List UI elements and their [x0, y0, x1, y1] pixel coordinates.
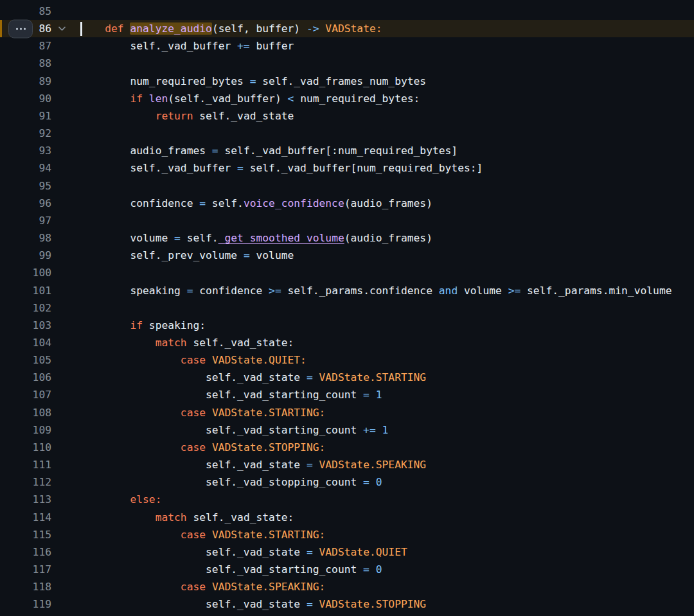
code-line[interactable]: case VADState.STARTING:	[80, 526, 694, 543]
code-line[interactable]: self._vad_stopping_count = 0	[80, 473, 694, 491]
line-number[interactable]: 108	[0, 404, 51, 421]
code-token	[369, 476, 376, 488]
code-line[interactable]	[80, 264, 694, 281]
line-number[interactable]: 85	[0, 3, 51, 20]
line-number[interactable]: 97	[0, 212, 51, 229]
code-line[interactable]: self._vad_starting_count = 1	[80, 386, 694, 403]
code-token	[80, 337, 156, 349]
line-number[interactable]: 116	[0, 543, 51, 561]
code-token: self._vad_state	[193, 110, 294, 122]
code-token: self._vad_buffer[num_required_bytes:]	[244, 162, 483, 174]
line-number[interactable]: 87	[0, 37, 51, 55]
line-number[interactable]: 106	[0, 369, 51, 386]
line-number[interactable]: 98	[0, 229, 51, 247]
code-token	[80, 529, 181, 541]
line-number[interactable]: 118	[0, 578, 51, 595]
line-number[interactable]: 95	[0, 177, 51, 195]
gutter: 117	[0, 561, 80, 578]
fold-slot	[51, 351, 80, 369]
line-number[interactable]: 101	[0, 282, 51, 299]
text-cursor	[80, 22, 82, 36]
code-line[interactable]: case VADState.SPEAKING:	[80, 578, 694, 595]
line-number[interactable]: 89	[0, 73, 51, 90]
code-line[interactable]	[80, 3, 694, 20]
line-number[interactable]: 109	[0, 421, 51, 439]
line-number[interactable]: 111	[0, 456, 51, 473]
code-line[interactable]: self._vad_buffer += buffer	[80, 37, 694, 55]
code-token: audio_frames	[130, 145, 211, 157]
code-line-row: 116 self._vad_state = VADState.QUIET	[0, 543, 694, 561]
code-line[interactable]: match self._vad_state:	[80, 509, 694, 526]
code-token: if	[130, 92, 143, 105]
code-token	[80, 232, 130, 244]
code-line[interactable]: else:	[80, 491, 694, 508]
line-number[interactable]: 114	[0, 509, 51, 526]
line-number[interactable]: 99	[0, 247, 51, 264]
code-token	[80, 249, 130, 261]
code-token: voice_confidence	[244, 197, 344, 209]
code-line[interactable]: self._prev_volume = volume	[80, 247, 694, 264]
line-number[interactable]: 90	[0, 90, 51, 107]
code-line[interactable]: case VADState.QUIET:	[80, 351, 694, 369]
code-line[interactable]: self._vad_state = VADState.STOPPING	[80, 595, 694, 613]
line-number[interactable]: 102	[0, 299, 51, 317]
code-line[interactable]	[80, 212, 694, 229]
code-line[interactable]: self._vad_starting_count += 1	[80, 421, 694, 439]
code-line[interactable]: self._vad_buffer = self._vad_buffer[num_…	[80, 159, 694, 177]
fold-slot	[51, 317, 80, 334]
line-number[interactable]: 103	[0, 317, 51, 334]
code-line[interactable]: match self._vad_state:	[80, 334, 694, 351]
code-line[interactable]: return self._vad_state	[80, 107, 694, 125]
line-number[interactable]: 91	[0, 107, 51, 125]
line-number[interactable]: 112	[0, 473, 51, 491]
line-number[interactable]: 104	[0, 334, 51, 351]
line-number[interactable]: 117	[0, 561, 51, 578]
code-line[interactable]: if len(self._vad_buffer) < num_required_…	[80, 90, 694, 107]
code-line[interactable]: case VADState.STARTING:	[80, 404, 694, 421]
code-line-row: 105 case VADState.QUIET:	[0, 351, 694, 369]
code-token: num_required_bytes:	[294, 92, 420, 105]
code-token	[80, 424, 206, 436]
code-line[interactable]	[80, 299, 694, 317]
chevron-down-icon[interactable]	[51, 20, 80, 37]
line-number[interactable]: 107	[0, 386, 51, 403]
code-line[interactable]: self._vad_state = VADState.STARTING	[80, 369, 694, 386]
code-line[interactable]: case VADState.STOPPING:	[80, 439, 694, 456]
code-token: confidence	[193, 285, 269, 297]
code-line[interactable]: confidence = self.voice_confidence(audio…	[80, 195, 694, 212]
code-line[interactable]	[80, 177, 694, 195]
line-number[interactable]: 115	[0, 526, 51, 543]
fold-slot	[51, 386, 80, 403]
code-line[interactable]: speaking = confidence >= self._params.co…	[80, 282, 694, 299]
code-token	[376, 424, 382, 436]
code-line[interactable]: self._vad_state = VADState.SPEAKING	[80, 456, 694, 473]
code-line[interactable]: self._vad_starting_count = 0	[80, 561, 694, 578]
line-number[interactable]: 110	[0, 439, 51, 456]
line-number[interactable]: 93	[0, 142, 51, 159]
code-line-row: 91 return self._vad_state	[0, 107, 694, 125]
code-line[interactable]: self._vad_state = VADState.QUIET	[80, 543, 694, 561]
fold-slot	[51, 404, 80, 421]
line-number[interactable]: 100	[0, 264, 51, 281]
code-line[interactable]: if speaking:	[80, 317, 694, 334]
line-menu-button[interactable]	[8, 19, 33, 38]
line-number[interactable]: 92	[0, 125, 51, 142]
line-number[interactable]: 113	[0, 491, 51, 508]
code-line-row: 86 def analyze_audio(self, buffer) -> VA…	[0, 20, 694, 37]
code-line-row: 98 volume = self._get_smoothed_volume(au…	[0, 229, 694, 247]
code-line[interactable]	[80, 125, 694, 142]
code-line[interactable]: volume = self._get_smoothed_volume(audio…	[80, 229, 694, 247]
code-token: +=	[363, 424, 376, 436]
code-line[interactable]: def analyze_audio(self, buffer) -> VADSt…	[80, 20, 694, 37]
line-number[interactable]: 94	[0, 159, 51, 177]
code-token	[80, 476, 206, 488]
line-number[interactable]: 119	[0, 595, 51, 613]
line-number[interactable]: 96	[0, 195, 51, 212]
code-line[interactable]: num_required_bytes = self._vad_frames_nu…	[80, 73, 694, 90]
line-number[interactable]: 105	[0, 351, 51, 369]
code-line[interactable]: audio_frames = self._vad_buffer[:num_req…	[80, 142, 694, 159]
code-line-row: 92	[0, 125, 694, 142]
code-token	[80, 371, 206, 383]
code-line[interactable]	[80, 55, 694, 72]
line-number[interactable]: 88	[0, 55, 51, 72]
